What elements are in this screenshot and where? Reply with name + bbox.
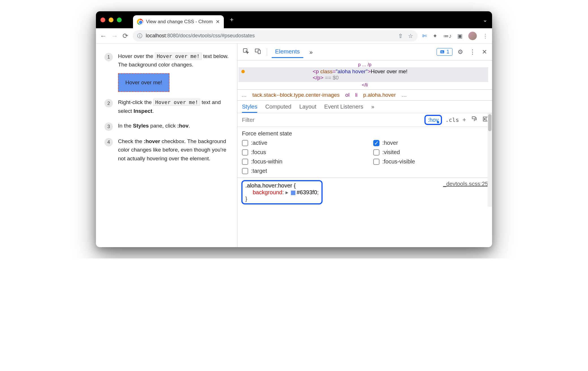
step-text: In the — [118, 123, 133, 129]
force-active-checkbox[interactable]: :active — [242, 140, 356, 146]
dom-eq: = — [332, 68, 336, 74]
layout-tab[interactable]: Layout — [299, 103, 316, 110]
force-state-title: Force element state — [242, 130, 488, 137]
bookmark-icon[interactable]: ☆ — [408, 33, 413, 39]
new-tab-button[interactable]: + — [228, 16, 235, 23]
dom-close-tag: </p> — [313, 75, 323, 81]
settings-icon[interactable]: ⚙ — [456, 47, 464, 57]
browser-window: View and change CSS - Chrom ✕ + ⌄ ← → ⟳ … — [96, 11, 492, 247]
dom-tree[interactable]: p … /p <p class="aloha hover">Hover over… — [237, 61, 492, 90]
dom-attr-name: class — [320, 68, 332, 74]
computed-tab[interactable]: Computed — [265, 103, 291, 110]
styles-tab[interactable]: Styles — [242, 103, 257, 113]
close-window-button[interactable] — [100, 18, 105, 22]
rule-source-link[interactable]: _devtools.scss:25 — [443, 181, 488, 187]
dom-tag: <p — [313, 68, 320, 74]
rule-close-brace: } — [245, 196, 319, 202]
step-text: . — [188, 123, 190, 129]
minimize-window-button[interactable] — [109, 18, 113, 22]
tabstrip-chevron-icon[interactable]: ⌄ — [483, 16, 488, 23]
styles-filter-row: :hov .cls + — [237, 113, 492, 127]
close-devtools-icon[interactable]: ✕ — [481, 47, 488, 57]
checkbox-label: :focus — [251, 149, 266, 156]
tab-close-icon[interactable]: ✕ — [216, 19, 220, 25]
url-path: :8080/docs/devtools/css/#pseudostates — [166, 33, 255, 38]
scrollbar-track[interactable] — [488, 113, 492, 207]
crumb-ellipsis[interactable]: … — [241, 92, 247, 98]
reload-button[interactable]: ⟳ — [123, 32, 128, 40]
window-controls — [100, 18, 122, 22]
toggle-element-state-button[interactable]: :hov — [424, 115, 442, 125]
issues-badge[interactable]: 1 — [437, 48, 452, 56]
svg-rect-6 — [472, 117, 475, 119]
scissors-icon[interactable]: ✄ — [422, 33, 427, 39]
share-icon[interactable]: ⇧ — [398, 33, 403, 39]
scrollbar-thumb[interactable] — [488, 114, 492, 131]
step-number: 3 — [104, 122, 113, 131]
new-style-rule-icon[interactable]: + — [462, 116, 466, 124]
site-info-icon[interactable]: ⓘ — [137, 33, 142, 39]
inspect-element-icon[interactable] — [241, 47, 250, 57]
profile-avatar[interactable] — [468, 32, 477, 40]
styles-filter-input[interactable] — [241, 116, 421, 124]
rule-property[interactable]: background — [253, 189, 282, 195]
extensions-icon[interactable]: ✦ — [433, 33, 437, 39]
crumb-item[interactable]: ol — [345, 92, 349, 98]
checkbox-label: :visited — [382, 149, 400, 156]
force-hover-checkbox[interactable]: ✓:hover — [373, 140, 488, 146]
svg-rect-2 — [258, 50, 260, 54]
maximize-window-button[interactable] — [117, 18, 122, 22]
address-bar[interactable]: ⓘ localhost:8080/docs/devtools/css/#pseu… — [133, 30, 418, 42]
force-visited-checkbox[interactable]: :visited — [373, 149, 488, 156]
svg-rect-4 — [441, 51, 443, 52]
hover-demo-box[interactable]: Hover over me! — [118, 73, 169, 92]
force-focus-within-checkbox[interactable]: :focus-within — [242, 158, 356, 165]
kebab-menu-icon[interactable]: ⋮ — [468, 47, 477, 57]
checkbox-label: :hover — [382, 140, 398, 146]
forward-button[interactable]: → — [111, 32, 118, 40]
force-focus-checkbox[interactable]: :focus — [242, 149, 356, 156]
checkbox-label: :focus-visible — [382, 158, 415, 165]
css-rule[interactable]: .aloha.hover:hover { background: ▸ #6393… — [237, 178, 492, 207]
force-target-checkbox[interactable]: :target — [242, 168, 356, 174]
rule-colon: : — [282, 189, 284, 195]
dom-preceding-hint: p … /p — [241, 62, 488, 67]
forced-state-indicator-icon — [241, 70, 245, 73]
color-swatch[interactable] — [291, 191, 295, 195]
crumb-ellipsis[interactable]: … — [402, 92, 407, 98]
step-text: Hover over the — [118, 53, 155, 59]
event-listeners-tab[interactable]: Event Listeners — [324, 103, 363, 110]
crumb-item[interactable]: li — [355, 92, 357, 98]
styles-pane-tabs: Styles Computed Layout Event Listeners » — [237, 101, 492, 113]
dom-dollar0: == $0 — [323, 75, 339, 81]
dom-gt: > — [368, 68, 371, 74]
menu-icon[interactable]: ⋮ — [482, 33, 488, 39]
step-number: 4 — [104, 138, 113, 146]
back-button[interactable]: ← — [100, 32, 107, 40]
expand-shorthand-icon[interactable]: ▸ — [286, 189, 288, 195]
checkbox-label: :active — [251, 140, 267, 146]
more-styles-tabs-icon[interactable]: » — [371, 103, 374, 110]
force-focus-visible-checkbox[interactable]: :focus-visible — [373, 158, 488, 165]
more-tabs-icon[interactable]: » — [306, 46, 316, 58]
devtools-toolbar: Elements » 1 ⚙ ⋮ ✕ — [237, 44, 492, 61]
bold-text: :hover — [144, 138, 160, 144]
titlebar: View and change CSS - Chrom ✕ + ⌄ — [96, 11, 492, 28]
dom-selected-line[interactable]: <p class="aloha hover">Hover over me!</p… — [239, 67, 488, 82]
rule-selector[interactable]: .aloha.hover:hover { — [245, 182, 296, 189]
device-toggle-icon[interactable] — [253, 47, 262, 57]
svg-rect-5 — [441, 52, 443, 53]
dom-text: Hover over me! — [371, 68, 407, 74]
crumb-item-selected[interactable]: p.aloha.hover — [363, 92, 396, 98]
reading-list-icon[interactable]: ≔♪ — [443, 33, 452, 39]
browser-tab[interactable]: View and change CSS - Chrom ✕ — [133, 15, 224, 28]
url-host: localhost — [146, 33, 166, 38]
devtools-panel: Elements » 1 ⚙ ⋮ ✕ p … /p <p class="aloh… — [237, 44, 492, 247]
paint-icon[interactable] — [471, 116, 477, 124]
rule-value[interactable]: #6393f0 — [297, 189, 317, 195]
dom-breadcrumbs[interactable]: … tack.stack--block.type.center-images o… — [237, 90, 492, 101]
side-panel-icon[interactable]: ▣ — [457, 33, 463, 39]
toggle-classes-button[interactable]: .cls — [445, 117, 459, 123]
elements-tab[interactable]: Elements — [272, 46, 303, 58]
crumb-item[interactable]: tack.stack--block.type.center-images — [252, 92, 340, 98]
